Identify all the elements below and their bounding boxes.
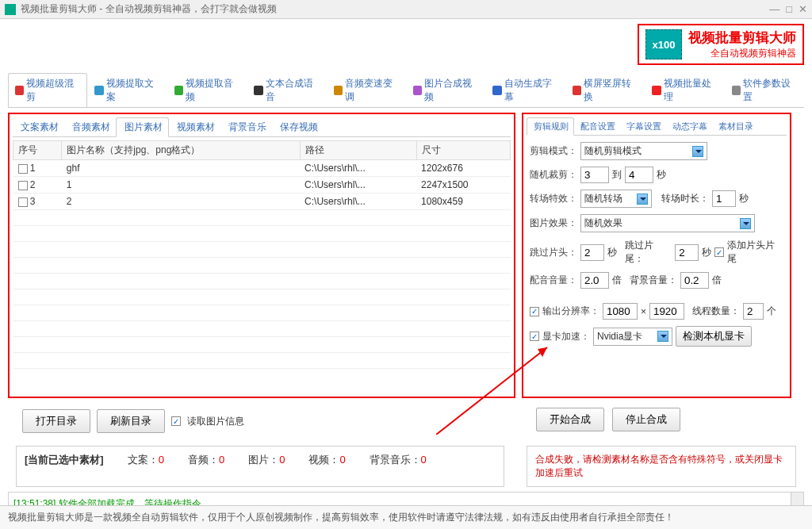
error-message: 合成失败，请检测素材名称是否含有特殊符号，或关闭显卡加速后重试 [527,446,796,487]
app-icon [5,4,16,15]
main-tab-7[interactable]: 横屏竖屏转换 [565,73,645,107]
col-header[interactable]: 路径 [300,141,416,160]
mode-label: 剪辑模式： [530,144,577,158]
tab-icon [174,86,183,95]
out-h-input[interactable] [649,303,684,320]
dropdown-icon [637,194,648,205]
read-imginfo-checkbox[interactable]: ✓ [171,416,181,426]
skip-head-label: 跳过片头： [530,246,577,259]
main-tab-6[interactable]: 自动生成字幕 [485,73,565,107]
tab-icon [94,86,103,95]
voice-vol-label: 配音音量： [530,274,577,287]
bgm-vol-input[interactable] [680,272,709,289]
imgfx-select[interactable]: 随机效果 [580,214,755,232]
settings-tab-3[interactable]: 动态字幕 [666,117,712,135]
main-tab-4[interactable]: 音频变速变调 [327,73,406,107]
main-tab-3[interactable]: 文本合成语音 [247,73,326,107]
main-tab-2[interactable]: 视频提取音频 [167,73,247,107]
row-checkbox[interactable] [18,164,28,174]
row-checkbox[interactable] [18,181,28,190]
gpu-label: 显卡加速： [542,330,590,343]
open-dir-button[interactable]: 打开目录 [22,409,90,433]
dropdown-icon [692,146,703,157]
main-tab-0[interactable]: 视频超级混剪 [8,73,87,107]
refresh-dir-button[interactable]: 刷新目录 [97,409,165,433]
material-panel: 文案素材音频素材图片素材视频素材背景音乐保存视频 序号图片名称（支持jpg、pn… [8,113,515,398]
col-header[interactable]: 序号 [13,141,62,160]
dropdown-icon [657,331,668,342]
sub-tab-5[interactable]: 保存视频 [272,117,324,136]
table-row[interactable]: 1ghfC:\Users\rhl\...1202x676 [13,160,511,177]
sub-tab-4[interactable]: 背景音乐 [220,117,272,136]
close-icon[interactable]: ✕ [799,3,807,15]
material-table: 序号图片名称（支持jpg、png格式）路径尺寸 1ghfC:\Users\rhl… [13,140,511,369]
settings-tab-2[interactable]: 字幕设置 [620,117,666,135]
settings-tab-4[interactable]: 素材目录 [712,117,758,135]
start-button[interactable]: 开始合成 [536,408,604,431]
maximize-icon[interactable]: □ [786,3,792,15]
threads-input[interactable] [743,303,764,320]
minimize-icon[interactable]: — [769,3,779,15]
sub-tab-2[interactable]: 图片素材 [116,117,169,137]
selected-summary: [当前已选中素材] 文案：0 音频：0 图片：0 视频：0 背景音乐：0 [16,446,504,487]
banner-icon: x100 [645,29,682,59]
dropdown-icon [740,218,751,229]
tab-icon [15,86,24,95]
add-headtail-checkbox[interactable]: ✓ [714,247,724,257]
table-row[interactable]: 21C:\Users\rhl\...2247x1500 [13,177,511,194]
tab-icon [573,86,581,95]
material-subtabs: 文案素材音频素材图片素材视频素材背景音乐保存视频 [13,117,511,137]
main-tab-1[interactable]: 视频提取文案 [87,73,167,107]
banner-subtitle: 全自动视频剪辑神器 [688,47,796,60]
status-bar: 视频批量剪辑大师是一款视频全自动剪辑软件，仅用于个人原创视频制作，提高剪辑效率，… [0,505,812,529]
settings-subtabs: 剪辑规则配音设置字幕设置动态字幕素材目录 [527,117,787,136]
trans-select[interactable]: 随机转场 [580,190,652,208]
rand-to-input[interactable] [625,167,653,183]
main-tab-9[interactable]: 软件参数设置 [725,73,804,107]
col-header[interactable]: 尺寸 [416,141,510,160]
settings-tab-1[interactable]: 配音设置 [574,117,620,135]
tab-icon [334,86,343,95]
tab-icon [492,86,501,95]
sub-tab-1[interactable]: 音频素材 [64,117,116,136]
main-tabs: 视频超级混剪视频提取文案视频提取音频文本合成语音音频变速变调图片合成视频自动生成… [8,73,804,108]
trans-label: 转场特效： [530,192,577,205]
detect-gpu-button[interactable]: 检测本机显卡 [676,326,752,347]
rand-from-input[interactable] [580,167,609,183]
tab-icon [652,86,661,95]
tab-icon [732,86,741,95]
trans-dur-input[interactable] [712,190,736,207]
settings-tab-0[interactable]: 剪辑规则 [527,117,574,136]
sub-tab-0[interactable]: 文案素材 [13,117,64,136]
imgfx-label: 图片效果： [530,217,577,230]
app-title: 视频批量剪辑大师 - 全自动视频剪辑神器，会打字就会做视频 [21,2,277,16]
sub-tab-3[interactable]: 视频素材 [169,117,220,136]
stop-button[interactable]: 停止合成 [612,408,680,431]
col-header[interactable]: 图片名称（支持jpg、png格式） [62,141,300,160]
banner-title: 视频批量剪辑大师 [688,29,796,47]
mode-select[interactable]: 随机剪辑模式 [580,142,707,160]
settings-panel: 剪辑规则配音设置字幕设置动态字幕素材目录 剪辑模式： 随机剪辑模式 随机裁剪： … [522,113,791,398]
banner: x100 视频批量剪辑大师 全自动视频剪辑神器 [638,24,804,65]
main-tab-8[interactable]: 视频批量处理 [645,73,724,107]
out-w-input[interactable] [603,303,638,320]
outres-checkbox[interactable]: ✓ [530,307,539,316]
tab-icon [254,86,262,95]
row-checkbox[interactable] [18,197,28,207]
voice-vol-input[interactable] [580,272,609,289]
tab-icon [413,86,422,95]
randcut-label: 随机裁剪： [530,168,577,182]
skip-tail-input[interactable] [675,244,699,261]
table-row[interactable]: 32C:\Users\rhl\...1080x459 [13,194,511,210]
skip-head-input[interactable] [580,244,604,261]
gpu-select[interactable]: Nvidia显卡 [593,328,672,346]
outres-label: 输出分辨率： [542,305,599,318]
title-bar: 视频批量剪辑大师 - 全自动视频剪辑神器，会打字就会做视频 — □ ✕ [0,0,812,19]
main-tab-5[interactable]: 图片合成视频 [406,73,485,107]
gpu-checkbox[interactable]: ✓ [530,332,539,341]
